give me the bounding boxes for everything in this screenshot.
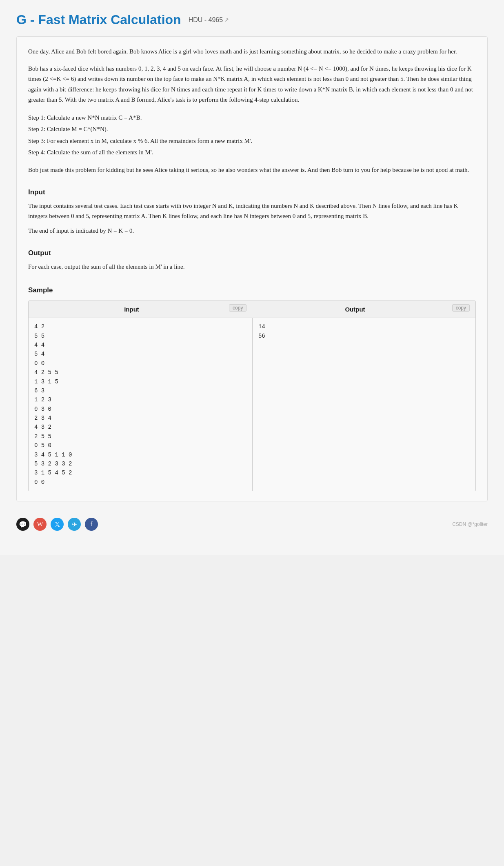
step-2: Step 2: Calculate M = C^(N*N). [28,123,476,135]
page-title: G - Fast Matrix Calculation [16,12,181,27]
sample-input-col-label: Input [124,306,139,313]
sample-output-col-label: Output [345,306,365,313]
step-1: Step 1: Calculate a new N*N matrix C = A… [28,112,476,124]
sample-input-pre: 4 2 5 5 4 4 5 4 0 0 4 2 5 5 1 3 1 5 6 3 … [34,322,246,487]
hdu-label: HDU - 4965 [189,16,223,24]
hdu-link[interactable]: HDU - 4965 ↗ [189,16,229,24]
footer-bar: 💬 W 𝕏 ✈ f CSDN @*goliter [16,514,488,531]
external-link-icon: ↗ [224,17,229,23]
title-row: G - Fast Matrix Calculation HDU - 4965 ↗ [16,12,488,27]
input-text: The input contains several test cases. E… [28,201,476,222]
social-icons: 💬 W 𝕏 ✈ f [16,518,98,531]
input-end-text: The end of input is indicated by N = K =… [28,226,476,236]
intro-paragraph-1: One day, Alice and Bob felt bored again,… [28,47,476,57]
qq-icon[interactable]: 💬 [16,518,29,531]
twitter-icon[interactable]: 𝕏 [51,518,64,531]
weibo-icon[interactable]: W [33,518,47,531]
intro-paragraph-3: Bob just made this problem for kidding b… [28,165,476,176]
input-heading: Input [28,187,476,198]
sample-section: Sample Input copy Output copy [28,285,476,491]
facebook-icon[interactable]: f [85,518,98,531]
sample-output-data: 14 56 [252,318,475,491]
intro-paragraph-2: Bob has a six-faced dice which has numbe… [28,64,476,105]
content-box: One day, Alice and Bob felt bored again,… [16,36,488,501]
sample-table-wrapper: Input copy Output copy 4 2 5 [28,301,476,492]
csdn-credit: CSDN @*goliter [452,521,488,527]
step-4: Step 4: Calculate the sum of all the ele… [28,147,476,158]
sample-input-data: 4 2 5 5 4 4 5 4 0 0 4 2 5 5 1 3 1 5 6 3 … [29,318,252,491]
input-section: Input The input contains several test ca… [28,187,476,236]
output-text: For each case, output the sum of all the… [28,262,476,272]
sample-input-header: Input copy [29,301,252,318]
sample-output-header: Output copy [252,301,475,318]
sample-data-row: 4 2 5 5 4 4 5 4 0 0 4 2 5 5 1 3 1 5 6 3 … [29,318,475,491]
sample-table: Input copy Output copy 4 2 5 [29,301,475,491]
output-section: Output For each case, output the sum of … [28,247,476,272]
sample-table-header-row: Input copy Output copy [29,301,475,318]
page-container: G - Fast Matrix Calculation HDU - 4965 ↗… [0,0,504,555]
telegram-icon[interactable]: ✈ [68,518,81,531]
steps-block: Step 1: Calculate a new N*N matrix C = A… [28,112,476,158]
output-heading: Output [28,247,476,259]
sample-title: Sample [28,285,476,296]
copy-input-button[interactable]: copy [229,304,246,312]
sample-output-pre: 14 56 [258,322,470,341]
copy-output-button[interactable]: copy [452,304,470,312]
step-3: Step 3: For each element x in M, calcula… [28,135,476,147]
